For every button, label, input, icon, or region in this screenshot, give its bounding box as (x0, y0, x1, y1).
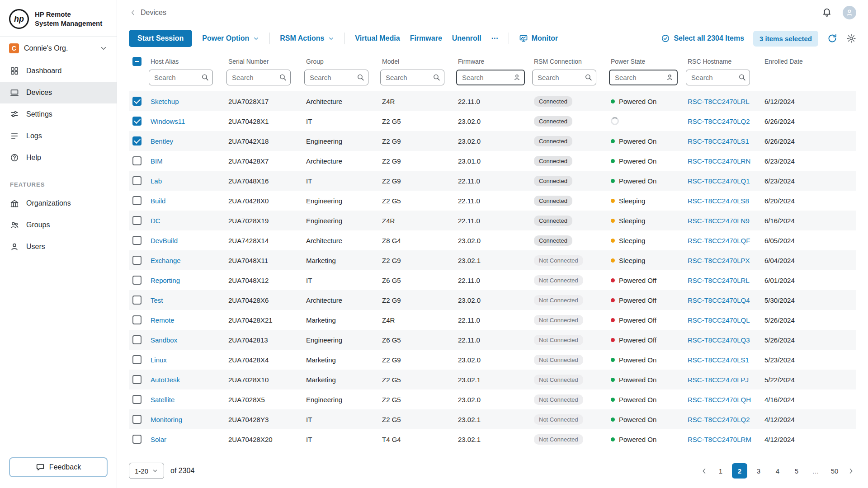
rsc-hostname-link[interactable]: RSC-T8CC2470LS8 (688, 197, 749, 205)
rsc-hostname-link[interactable]: RSC-T8CC2470LQ1 (688, 177, 750, 185)
host-alias-link[interactable]: DevBuild (151, 237, 178, 244)
rsc-hostname-link[interactable]: RSC-T8CC2470LS1 (688, 356, 749, 364)
host-alias-link[interactable]: Linux (151, 356, 167, 364)
rsc-hostname-link[interactable]: RSC-T8CC2470LRL (688, 98, 750, 105)
search-input-model[interactable] (380, 70, 444, 85)
host-alias-link[interactable]: Remote (151, 316, 175, 324)
feedback-button[interactable]: Feedback (9, 457, 108, 477)
row-checkbox[interactable] (132, 136, 142, 145)
rsc-hostname-link[interactable]: RSC-T8CC2470LRN (688, 157, 750, 165)
start-session-button[interactable]: Start Session (129, 30, 192, 47)
host-alias-link[interactable]: Test (151, 296, 163, 304)
select-all-checkbox[interactable] (132, 57, 142, 66)
host-alias-link[interactable]: Windows11 (151, 117, 185, 125)
sidebar-item-groups[interactable]: Groups (0, 214, 117, 236)
sidebar-item-logs[interactable]: Logs (0, 125, 117, 147)
org-selector[interactable]: C Connie's Org. (0, 36, 117, 60)
sidebar-item-dashboard[interactable]: Dashboard (0, 60, 117, 82)
page-button-4[interactable]: 4 (770, 463, 785, 479)
rsc-hostname-link[interactable]: RSC-T8CC2470LQ2 (688, 416, 750, 423)
rsc-hostname-link[interactable]: RSC-T8CC2470LPX (688, 257, 750, 264)
virtual-media-button[interactable]: Virtual Media (355, 34, 400, 42)
page-button-3[interactable]: 3 (751, 463, 766, 479)
rsc-hostname-link[interactable]: RSC-T8CC2470LQ4 (688, 296, 750, 304)
rsc-hostname-link[interactable]: RSC-T8CC2470LQ3 (688, 336, 750, 344)
row-checkbox[interactable] (132, 395, 142, 404)
rsc-hostname-link[interactable]: RSC-T8CC2470LQH (688, 396, 751, 404)
rsc-hostname-link[interactable]: RSC-T8CC2470LQF (688, 237, 750, 244)
sidebar-item-organizations[interactable]: Organizations (0, 192, 117, 214)
host-alias-link[interactable]: BIM (151, 157, 163, 165)
row-checkbox[interactable] (132, 216, 142, 225)
firmware-button[interactable]: Firmware (410, 34, 442, 42)
rsc-hostname-link[interactable]: RSC-T8CC2470LQL (688, 316, 750, 324)
row-checkbox[interactable] (132, 315, 142, 324)
rsc-hostname-link[interactable]: RSC-T8CC2470LPJ (688, 376, 749, 384)
user-avatar[interactable] (843, 6, 856, 19)
rsm-actions-button[interactable]: RSM Actions (280, 34, 335, 42)
select-all-button[interactable]: Select all 2304 Items (661, 34, 744, 43)
rsc-hostname-link[interactable]: RSC-T8CC2470LS1 (688, 137, 749, 145)
host-alias-link[interactable]: Sketchup (151, 98, 179, 105)
sidebar-item-help[interactable]: Help (0, 147, 117, 169)
row-checkbox[interactable] (132, 117, 142, 126)
rsc-hostname-link[interactable]: RSC-T8CC2470LRL (688, 277, 750, 284)
refresh-button[interactable] (827, 33, 837, 43)
search-input-rsm-connection[interactable] (532, 70, 596, 85)
sidebar-item-devices[interactable]: Devices (0, 82, 117, 103)
host-alias-link[interactable]: Solar (151, 436, 166, 443)
row-checkbox[interactable] (132, 375, 142, 384)
search-input-group[interactable] (304, 70, 368, 85)
search-input-host-alias[interactable] (149, 70, 213, 85)
host-alias-link[interactable]: Monitoring (151, 416, 182, 423)
page-button-50[interactable]: 50 (827, 463, 842, 479)
row-checkbox[interactable] (132, 276, 142, 285)
page-next-button[interactable] (846, 467, 856, 475)
page-size-select[interactable]: 1-20 (129, 463, 164, 479)
monitor-button[interactable]: Monitor (519, 34, 558, 43)
search-input-power-state[interactable] (609, 70, 678, 85)
row-checkbox[interactable] (132, 236, 142, 245)
unenroll-button[interactable]: Unenroll (452, 34, 481, 42)
sidebar-item-settings[interactable]: Settings (0, 103, 117, 125)
page-button-5[interactable]: 5 (789, 463, 804, 479)
notifications-button[interactable] (822, 7, 832, 19)
page-prev-button[interactable] (699, 467, 709, 475)
row-checkbox[interactable] (132, 435, 142, 444)
host-alias-link[interactable]: DC (151, 217, 160, 225)
row-checkbox[interactable] (132, 196, 142, 205)
host-alias-link[interactable]: Satellite (151, 396, 175, 404)
host-alias-link[interactable]: Sandbox (151, 336, 177, 344)
row-checkbox[interactable] (132, 176, 142, 185)
search-input-rsc-hostname[interactable] (686, 70, 750, 85)
row-checkbox[interactable] (132, 156, 142, 165)
total-count: of 2304 (170, 467, 194, 475)
rsc-hostname-link[interactable]: RSC-T8CC2470LN9 (688, 217, 750, 225)
power-state: Sleeping (611, 237, 683, 244)
host-alias-link[interactable]: Exchange (151, 257, 181, 264)
rsc-hostname-link[interactable]: RSC-T8CC2470LRM (688, 436, 751, 443)
page-button-1[interactable]: 1 (713, 463, 728, 479)
power-option-button[interactable]: Power Option (202, 34, 259, 42)
page-button-2[interactable]: 2 (732, 463, 747, 479)
host-alias-link[interactable]: AutoDesk (151, 376, 180, 384)
row-checkbox[interactable] (132, 355, 142, 364)
rsc-hostname-link[interactable]: RSC-T8CC2470LQ2 (688, 117, 750, 125)
sidebar-item-users[interactable]: Users (0, 236, 117, 258)
row-checkbox[interactable] (132, 335, 142, 344)
breadcrumb[interactable]: Devices (129, 9, 166, 17)
host-alias-link[interactable]: Reporting (151, 277, 180, 284)
search-input-firmware[interactable] (456, 70, 525, 85)
host-alias-link[interactable]: Bentley (151, 137, 173, 145)
settings-gear-button[interactable] (846, 33, 856, 43)
row-checkbox[interactable] (132, 97, 142, 106)
row-checkbox[interactable] (132, 256, 142, 265)
row-checkbox[interactable] (132, 415, 142, 424)
search-input-serial-number[interactable] (226, 70, 291, 85)
serial-number: 2UA70428X21 (226, 310, 304, 330)
host-alias-link[interactable]: Lab (151, 177, 162, 185)
more-actions-button[interactable]: ··· (491, 34, 499, 42)
filter-rsc-hostname (686, 70, 750, 85)
host-alias-link[interactable]: Build (151, 197, 165, 205)
row-checkbox[interactable] (132, 296, 142, 305)
